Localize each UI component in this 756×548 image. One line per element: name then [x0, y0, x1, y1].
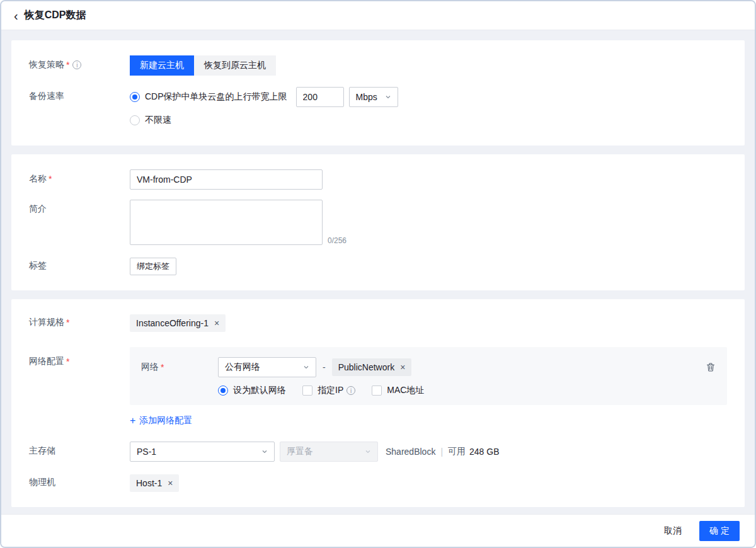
dialog-footer: 取消 确 定	[1, 514, 755, 547]
network-chip-label: PublicNetwork	[338, 362, 394, 372]
offering-chip-label: InstanceOffering-1	[136, 318, 209, 328]
storage-available-label: 可用	[448, 446, 466, 457]
network-control: 网络* 公有网络 - PublicNetwork ×	[130, 347, 727, 426]
storage-type-text: SharedBlock	[386, 447, 435, 457]
char-counter: 0/256	[328, 236, 346, 245]
vm-name-input[interactable]	[130, 169, 323, 190]
network-label-text: 网络配置	[29, 356, 64, 367]
offering-label: 计算规格*	[29, 314, 130, 328]
page-title: 恢复CDP数据	[25, 9, 86, 22]
primary-storage-select[interactable]: PS-1	[130, 442, 275, 462]
name-row: 名称*	[29, 169, 727, 190]
rate-limit-option: CDP保护中单块云盘的上行带宽上限 Mbps	[130, 87, 727, 107]
l3-network-value: 公有网络	[225, 362, 260, 373]
required-asterisk: *	[49, 174, 52, 184]
tag-label: 标签	[29, 258, 130, 271]
required-asterisk: *	[161, 362, 164, 372]
rate-row: 备份速率 CDP保护中单块云盘的上行带宽上限 Mbps 不限速	[29, 87, 727, 130]
offering-control: InstanceOffering-1 ×	[130, 314, 727, 332]
rate-value-input[interactable]	[296, 87, 344, 107]
strategy-info-icon[interactable]: i	[72, 60, 81, 69]
network-options-line: 设为默认网络 指定IP i MAC地址	[218, 385, 716, 396]
rate-unit-select[interactable]: Mbps	[349, 87, 398, 107]
tag-row: 标签 绑定标签	[29, 258, 727, 275]
primary-storage-value: PS-1	[137, 447, 156, 457]
description-row: 简介 0/256	[29, 200, 727, 245]
specify-ip-checkbox[interactable]	[302, 385, 312, 396]
l3-network-select[interactable]: 公有网络	[218, 357, 316, 377]
rate-limit-radio[interactable]	[130, 92, 140, 102]
tag-control: 绑定标签	[130, 258, 727, 275]
strategy-option-original-vm[interactable]: 恢复到原云主机	[194, 55, 276, 76]
network-chip: PublicNetwork ×	[332, 358, 412, 376]
description-label: 简介	[29, 200, 130, 215]
description-control: 0/256	[130, 200, 727, 245]
provision-type-select: 厚置备	[280, 442, 378, 462]
tag-label-text: 标签	[29, 260, 47, 271]
name-label-text: 名称	[29, 173, 47, 185]
remove-host-icon[interactable]: ×	[168, 479, 173, 488]
chevron-down-icon	[261, 448, 268, 455]
mac-label: MAC地址	[387, 385, 424, 396]
remove-network-icon[interactable]: ×	[400, 363, 405, 372]
rate-limit-option-label: CDP保护中单块云盘的上行带宽上限	[145, 91, 287, 103]
mac-option: MAC地址	[372, 385, 424, 396]
network-field-label: 网络*	[141, 362, 218, 373]
restore-cdp-dialog: ‹ 恢复CDP数据 恢复策略* i 新建云主机 恢复到原云主机 备	[0, 0, 756, 548]
name-control	[130, 169, 727, 190]
offering-row: 计算规格* InstanceOffering-1 ×	[29, 314, 727, 332]
host-chip: Host-1 ×	[130, 474, 179, 492]
rate-unlimited-option-label: 不限速	[145, 115, 171, 126]
chevron-down-icon	[303, 364, 309, 370]
required-asterisk: *	[66, 357, 69, 367]
primary-storage-label-text: 主存储	[29, 445, 55, 457]
default-network-label: 设为默认网络	[233, 385, 286, 396]
rate-unlimited-radio[interactable]	[130, 115, 140, 125]
strategy-control: 新建云主机 恢复到原云主机	[130, 55, 727, 76]
host-label: 物理机	[29, 474, 130, 488]
add-network-config-link[interactable]: + 添加网络配置	[130, 415, 192, 426]
strategy-option-new-vm[interactable]: 新建云主机	[130, 55, 194, 76]
basic-section: 名称* 简介 0/256 标签	[11, 154, 745, 290]
strategy-toggle: 新建云主机 恢复到原云主机	[130, 55, 276, 76]
cancel-button[interactable]: 取消	[655, 521, 690, 541]
specify-ip-info-icon[interactable]: i	[346, 386, 355, 395]
chevron-down-icon	[365, 448, 371, 455]
offering-label-text: 计算规格	[29, 317, 64, 328]
confirm-button[interactable]: 确 定	[699, 521, 740, 541]
dialog-body: 恢复策略* i 新建云主机 恢复到原云主机 备份速率 CDP	[1, 30, 755, 514]
strategy-label-text: 恢复策略	[29, 59, 64, 71]
remove-offering-icon[interactable]: ×	[214, 319, 219, 328]
storage-available-value: 248 GB	[469, 447, 499, 457]
network-label: 网络配置*	[29, 347, 130, 367]
description-textarea[interactable]	[130, 200, 323, 245]
strategy-row: 恢复策略* i 新建云主机 恢复到原云主机	[29, 55, 727, 76]
rate-control: CDP保护中单块云盘的上行带宽上限 Mbps 不限速	[130, 87, 727, 130]
dash-separator: -	[323, 362, 326, 372]
strategy-section: 恢复策略* i 新建云主机 恢复到原云主机 备份速率 CDP	[11, 40, 745, 146]
mac-checkbox[interactable]	[372, 385, 382, 396]
delete-network-config-icon[interactable]	[706, 362, 716, 372]
default-network-radio[interactable]	[218, 385, 228, 396]
dialog-header: ‹ 恢复CDP数据	[1, 1, 755, 30]
chevron-down-icon	[385, 94, 391, 100]
primary-storage-label: 主存储	[29, 442, 130, 457]
name-label: 名称*	[29, 169, 130, 185]
required-asterisk: *	[66, 60, 69, 70]
host-label-text: 物理机	[29, 477, 55, 488]
host-chip-label: Host-1	[136, 478, 162, 488]
rate-label-text: 备份速率	[29, 91, 64, 102]
storage-info: SharedBlock | 可用 248 GB	[386, 446, 500, 457]
compute-section: 计算规格* InstanceOffering-1 × 网络配置*	[11, 299, 745, 507]
rate-label: 备份速率	[29, 87, 130, 102]
back-icon[interactable]: ‹	[14, 9, 18, 22]
provision-type-value: 厚置备	[287, 446, 313, 457]
rate-unlimited-option: 不限速	[130, 110, 727, 130]
network-config-panel: 网络* 公有网络 - PublicNetwork ×	[130, 347, 727, 405]
offering-chip: InstanceOffering-1 ×	[130, 314, 226, 332]
bind-tag-button[interactable]: 绑定标签	[130, 258, 176, 275]
description-label-text: 简介	[29, 203, 47, 215]
divider: |	[440, 447, 443, 457]
add-network-config-label: 添加网络配置	[139, 415, 192, 426]
host-row: 物理机 Host-1 ×	[29, 474, 727, 492]
